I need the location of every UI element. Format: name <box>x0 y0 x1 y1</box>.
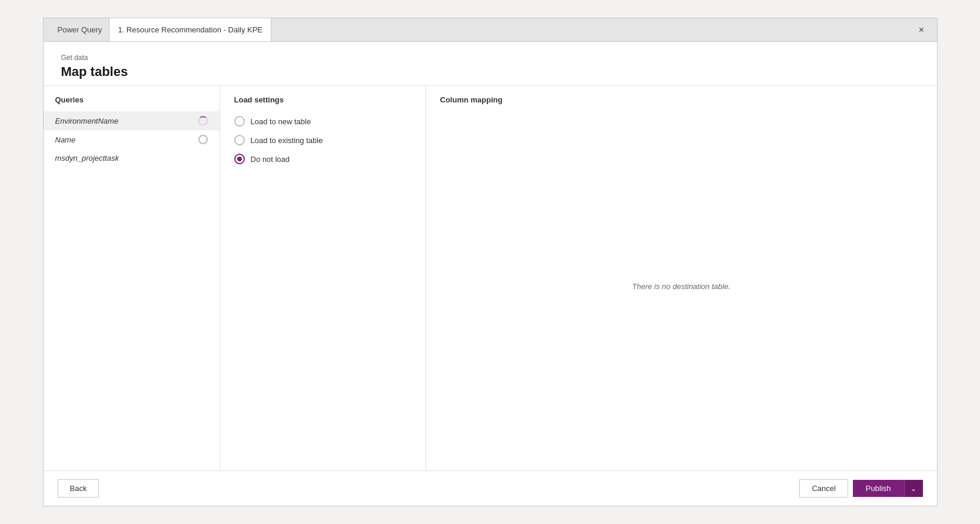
query-radio-indicator-icon <box>198 135 208 144</box>
load-existing-table-label: Load to existing table <box>251 136 323 145</box>
query-name-projecttask: msdyn_projecttask <box>55 154 208 162</box>
load-settings-radio-group: Load to new table Load to existing table… <box>234 116 411 164</box>
query-name-name: Name <box>55 135 194 144</box>
back-button[interactable]: Back <box>58 479 99 498</box>
breadcrumb: Get data <box>61 54 919 62</box>
load-new-table-option[interactable]: Load to new table <box>234 116 411 127</box>
tab-power-query[interactable]: Power Query <box>51 18 109 41</box>
loading-spinner-icon <box>198 116 208 125</box>
publish-dropdown-button[interactable]: ⌄ <box>904 480 923 497</box>
query-item-environment[interactable]: EnvironmentName <box>44 111 220 130</box>
map-tables-dialog: Power Query 1. Resource Recommendation -… <box>43 18 938 506</box>
queries-panel: Queries EnvironmentName Name msdyn_proje… <box>44 86 220 470</box>
load-settings-panel: Load settings Load to new table Load to … <box>220 86 426 470</box>
load-new-table-radio[interactable] <box>234 116 245 127</box>
query-item-name[interactable]: Name <box>44 130 220 149</box>
load-settings-title: Load settings <box>234 95 411 104</box>
close-button[interactable]: × <box>913 22 930 38</box>
no-destination-message: There is no destination table. <box>440 111 923 461</box>
cancel-button[interactable]: Cancel <box>799 479 848 498</box>
queries-panel-title: Queries <box>44 95 220 111</box>
query-name-environment: EnvironmentName <box>55 117 194 125</box>
publish-button[interactable]: Publish <box>853 480 904 497</box>
tab-resource-recommendation[interactable]: 1. Resource Recommendation - Daily KPE <box>109 18 271 41</box>
modal-titlebar: Power Query 1. Resource Recommendation -… <box>44 18 937 42</box>
column-mapping-panel: Column mapping There is no destination t… <box>426 86 937 470</box>
modal-header: Get data Map tables <box>44 42 937 85</box>
do-not-load-option[interactable]: Do not load <box>234 154 411 164</box>
do-not-load-radio[interactable] <box>234 154 245 164</box>
footer-right: Cancel Publish ⌄ <box>799 479 922 498</box>
load-existing-table-radio[interactable] <box>234 135 245 145</box>
chevron-down-icon: ⌄ <box>911 485 916 493</box>
modal-footer: Back Cancel Publish ⌄ <box>44 470 937 506</box>
page-title: Map tables <box>61 64 919 79</box>
load-new-table-label: Load to new table <box>251 117 311 126</box>
modal-body: Queries EnvironmentName Name msdyn_proje… <box>44 85 937 470</box>
column-mapping-title: Column mapping <box>440 95 923 104</box>
load-existing-table-option[interactable]: Load to existing table <box>234 135 411 145</box>
publish-group: Publish ⌄ <box>853 480 923 497</box>
do-not-load-label: Do not load <box>251 155 290 164</box>
query-item-projecttask[interactable]: msdyn_projecttask <box>44 149 220 167</box>
